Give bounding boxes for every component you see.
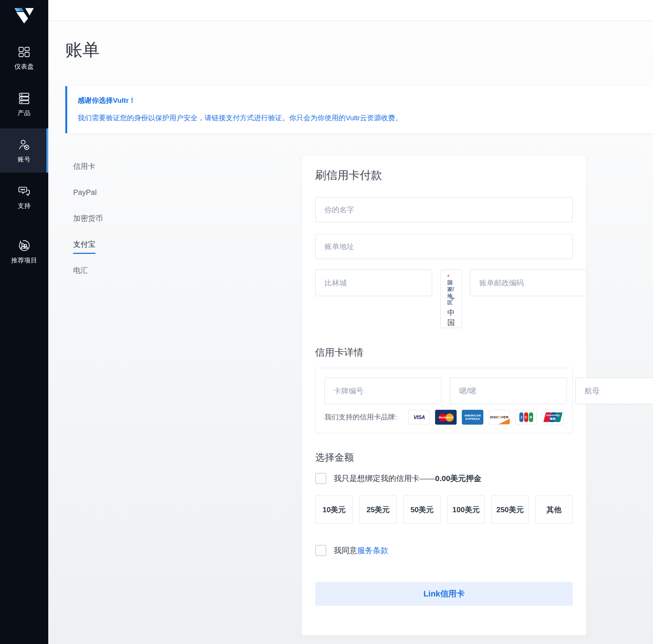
- city-country-zip-row: *国家/地区 中国: [315, 269, 573, 328]
- tab-credit-card[interactable]: 信用卡: [73, 161, 301, 171]
- referral-people-cycle-icon: [17, 239, 31, 252]
- amount-button-250[interactable]: 250美元: [491, 496, 529, 524]
- dashboard-grid-icon: [17, 45, 31, 59]
- link-credit-card-button[interactable]: Link信用卡: [315, 582, 573, 606]
- payment-method-tabs: 信用卡 PayPal 加密货币 支付宝 电汇: [73, 161, 301, 291]
- deposit-only-checkbox[interactable]: [315, 473, 326, 484]
- amount-button-50[interactable]: 50美元: [403, 496, 441, 524]
- support-chat-icon: [17, 184, 31, 198]
- zip-input[interactable]: [470, 269, 587, 296]
- sidebar-item-label: 推荐项目: [11, 256, 37, 265]
- sidebar-item-label: 支持: [18, 202, 31, 210]
- tab-alipay[interactable]: 支付宝: [73, 239, 301, 254]
- agree-terms-label: 我同意服务条款: [334, 545, 388, 556]
- topbar: [48, 0, 653, 21]
- page-title: 账单: [65, 40, 653, 60]
- mastercard-icon: MasterCard: [435, 410, 457, 425]
- amount-button-other[interactable]: 其他: [535, 496, 573, 524]
- amount-button-25[interactable]: 25美元: [359, 496, 397, 524]
- vultr-logo[interactable]: [13, 7, 35, 24]
- visa-icon: VISA: [408, 410, 430, 425]
- deposit-only-label: 我只是想绑定我的信用卡——0.00美元押金: [334, 473, 481, 484]
- sidebar-item-products[interactable]: 产品: [0, 82, 48, 126]
- tab-crypto[interactable]: 加密货币: [73, 213, 301, 223]
- card-inputs-row: [324, 377, 564, 404]
- sidebar-item-label: 仪表盘: [14, 62, 34, 71]
- vultr-logo-icon: [13, 7, 35, 24]
- deposit-only-row: 我只是想绑定我的信用卡——0.00美元押金: [315, 473, 573, 484]
- servers-icon: [17, 92, 31, 105]
- sidebar-item-referral[interactable]: 推荐项目: [0, 229, 48, 274]
- card-brand-icons: VISA MasterCard AMERICAN EXPRESS: [408, 410, 564, 425]
- sidebar-item-dashboard[interactable]: 仪表盘: [0, 36, 48, 80]
- credit-card-form-card: 刷信用卡付款 *国家/地区 中国 信用卡详情: [301, 155, 587, 636]
- country-select-value: 中国: [447, 308, 455, 328]
- sidebar-item-support[interactable]: 支持: [0, 175, 48, 219]
- country-select[interactable]: *国家/地区 中国: [440, 269, 462, 328]
- info-banner: 感谢你选择Vultr！ 我们需要验证您的身份以保护用户安全，请链接支付方式进行验…: [65, 86, 653, 133]
- sidebar-nav: 仪表盘 产品 账: [0, 36, 48, 274]
- sidebar-item-label: 产品: [18, 109, 31, 117]
- jcb-icon: J C B: [515, 410, 537, 425]
- amount-button-100[interactable]: 100美元: [447, 496, 485, 524]
- form-heading: 刷信用卡付款: [315, 169, 573, 182]
- discover-icon: DISCOVER: [489, 410, 510, 425]
- supported-brands-label: 我们支持的信用卡品牌:: [324, 412, 400, 422]
- american-express-icon: AMERICAN EXPRESS: [462, 410, 483, 425]
- card-details-box: 我们支持的信用卡品牌: VISA MasterCard AMERICAN: [315, 368, 573, 433]
- card-details-heading: 信用卡详情: [315, 346, 573, 359]
- billing-address-input[interactable]: [315, 234, 573, 259]
- chevron-down-icon: [450, 298, 455, 300]
- card-number-input[interactable]: [324, 377, 441, 404]
- banner-body: 我们需要验证您的身份以保护用户安全，请链接支付方式进行验证。你只会为你使用的Vu…: [78, 113, 643, 123]
- card-cvv-input[interactable]: [575, 377, 653, 404]
- country-select-label: *国家/地区: [447, 274, 455, 306]
- vultr-billing-page: 仪表盘 产品 账: [0, 0, 653, 644]
- billing-body: 信用卡 PayPal 加密货币 支付宝 电汇 刷信用卡付款 *国家/地区: [65, 133, 587, 636]
- required-asterisk: *: [447, 274, 449, 279]
- amount-heading: 选择金额: [315, 451, 573, 464]
- tab-wire-transfer[interactable]: 电汇: [73, 265, 301, 275]
- sidebar-item-account[interactable]: 账号: [0, 128, 48, 173]
- amount-buttons: 10美元 25美元 50美元 100美元 250美元 其他: [315, 496, 573, 524]
- agree-terms-checkbox[interactable]: [315, 545, 326, 556]
- sidebar-item-label: 账号: [18, 155, 31, 164]
- account-person-icon: [17, 138, 31, 151]
- tab-paypal[interactable]: PayPal: [73, 187, 301, 197]
- city-input[interactable]: [315, 269, 432, 296]
- unionpay-icon: UnionPay 银联: [542, 410, 564, 425]
- name-input[interactable]: [315, 197, 573, 222]
- card-expiry-input[interactable]: [450, 377, 567, 404]
- main-content: 账单 感谢你选择Vultr！ 我们需要验证您的身份以保护用户安全，请链接支付方式…: [48, 21, 653, 644]
- sidebar: 仪表盘 产品 账: [0, 0, 48, 644]
- banner-title: 感谢你选择Vultr！: [78, 96, 643, 105]
- agree-terms-row: 我同意服务条款: [315, 545, 573, 556]
- supported-brands-row: 我们支持的信用卡品牌: VISA MasterCard AMERICAN: [324, 410, 564, 425]
- amount-button-10[interactable]: 10美元: [315, 496, 353, 524]
- terms-of-service-link[interactable]: 服务条款: [357, 546, 388, 555]
